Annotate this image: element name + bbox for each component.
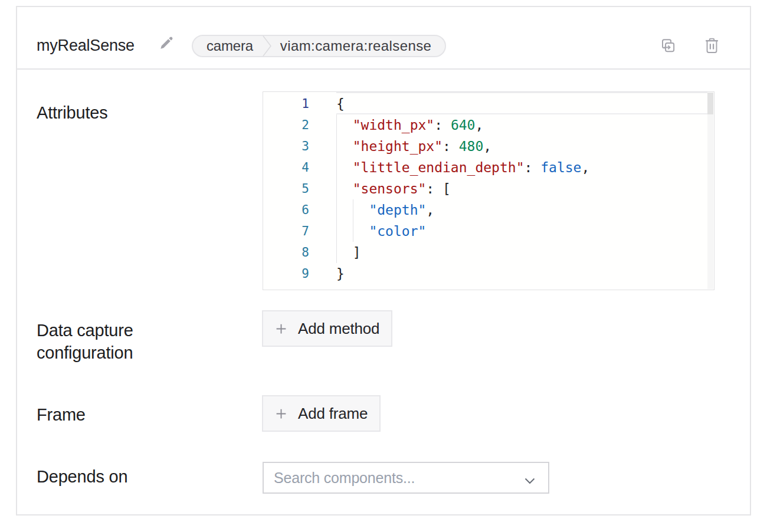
- line-number: 9: [263, 263, 309, 284]
- duplicate-button[interactable]: [660, 37, 676, 57]
- trash-icon: [704, 37, 720, 54]
- editor-line[interactable]: 5 "sensors": [: [263, 178, 714, 199]
- attributes-json-editor[interactable]: 1{2 "width_px": 640,3 "height_px": 480,4…: [263, 91, 714, 290]
- plus-icon: [275, 323, 287, 335]
- component-model: viam:camera:realsense: [280, 38, 432, 54]
- code-line-text: "height_px": 480,: [336, 136, 491, 157]
- editor-line[interactable]: 6 "depth",: [263, 199, 714, 221]
- editor-scrollbar-thumb[interactable]: [707, 93, 713, 114]
- line-number: 5: [263, 178, 309, 199]
- component-category: camera: [206, 38, 253, 54]
- line-number: 8: [263, 242, 309, 263]
- editor-line[interactable]: 3 "height_px": 480,: [263, 136, 714, 157]
- chevron-down-icon: [525, 476, 535, 487]
- component-type-badge: camera viam:camera:realsense: [192, 35, 446, 57]
- editor-line[interactable]: 9}: [263, 263, 714, 284]
- editor-line[interactable]: 1{: [263, 93, 714, 114]
- editor-line[interactable]: 4 "little_endian_depth": false,: [263, 157, 714, 178]
- component-card: myRealSense camera viam:camera:realsense: [16, 6, 751, 515]
- editor-line[interactable]: 2 "width_px": 640,: [263, 114, 714, 136]
- line-number: 6: [263, 199, 309, 221]
- plus-icon: [275, 408, 287, 420]
- add-method-label: Add method: [298, 320, 379, 338]
- data-capture-label: Data capture configuration: [37, 319, 231, 364]
- edit-name-button[interactable]: [159, 35, 175, 51]
- line-number: 4: [263, 157, 309, 178]
- add-method-button[interactable]: Add method: [262, 310, 392, 347]
- component-card-header: myRealSense camera viam:camera:realsense: [17, 7, 750, 70]
- depends-on-select[interactable]: Search components...: [263, 462, 549, 494]
- editor-scrollbar[interactable]: [707, 93, 713, 289]
- attributes-label: Attributes: [37, 101, 231, 124]
- line-number: 7: [263, 221, 309, 242]
- code-line-text: "little_endian_depth": false,: [336, 157, 589, 178]
- code-line-text: }: [336, 263, 345, 284]
- duplicate-icon: [660, 37, 676, 54]
- line-number: 1: [263, 93, 309, 114]
- depends-on-placeholder: Search components...: [274, 469, 415, 487]
- code-line-text: {: [336, 93, 345, 114]
- editor-line[interactable]: 8 ]: [263, 242, 714, 263]
- line-number: 2: [263, 114, 309, 136]
- line-number: 3: [263, 136, 309, 157]
- depends-on-label: Depends on: [37, 465, 231, 488]
- delete-button[interactable]: [704, 37, 720, 57]
- pencil-icon: [159, 35, 175, 51]
- add-frame-label: Add frame: [298, 405, 368, 423]
- frame-label: Frame: [37, 403, 231, 426]
- component-name: myRealSense: [37, 37, 135, 55]
- code-line-text: ]: [336, 242, 361, 263]
- badge-separator-chevron-icon: [263, 35, 272, 57]
- code-line-text: "sensors": [: [336, 178, 451, 199]
- add-frame-button[interactable]: Add frame: [262, 395, 381, 432]
- editor-line[interactable]: 7 "color": [263, 221, 714, 242]
- code-line-text: "color": [336, 221, 426, 242]
- code-line-text: "depth",: [336, 199, 434, 221]
- code-line-text: "width_px": 640,: [336, 114, 483, 136]
